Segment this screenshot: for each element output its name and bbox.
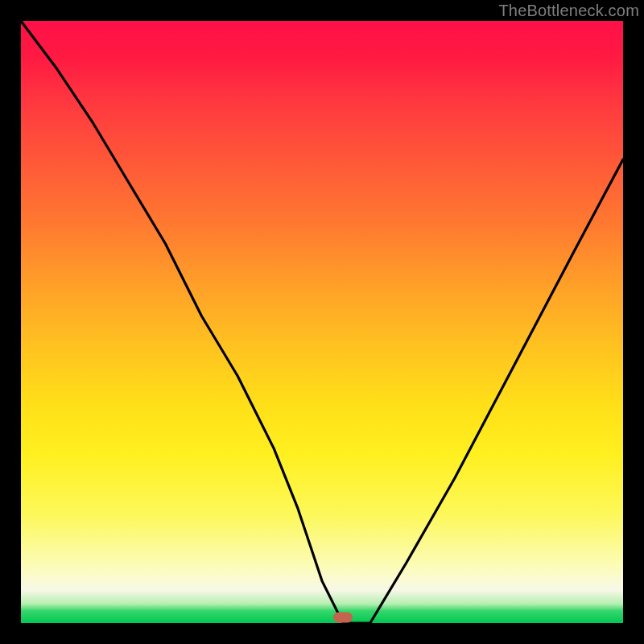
optimal-point-marker xyxy=(333,612,353,622)
frame-right xyxy=(623,0,644,644)
bottleneck-curve xyxy=(21,21,623,623)
plot-area xyxy=(21,21,623,623)
watermark-text: TheBottleneck.com xyxy=(498,2,639,20)
chart-stage: TheBottleneck.com xyxy=(0,0,644,644)
frame-bottom xyxy=(0,623,644,644)
frame-left xyxy=(0,0,21,644)
